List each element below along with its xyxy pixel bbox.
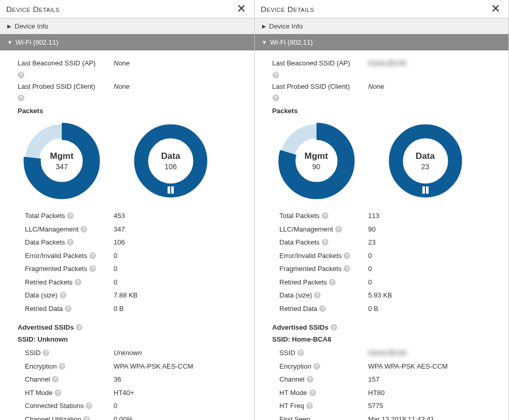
label-ht-mode: HT Mode [280, 388, 307, 398]
gauge-mgmt-label: Mgmt [305, 151, 328, 161]
advertised-ssids-heading: Advertised SSIDs ? [272, 315, 491, 334]
help-icon[interactable]: ? [322, 239, 328, 246]
value-channel-util: 0.00% [114, 414, 133, 421]
label-llc-mgmt: LLC/Management [280, 224, 333, 235]
help-icon[interactable]: ? [309, 389, 316, 396]
value-channel: 157 [368, 374, 380, 385]
label-channel: Channel [280, 374, 305, 385]
help-icon[interactable]: ? [306, 402, 313, 409]
value-connected-stations: 0 [114, 401, 117, 411]
label-ht-freq: HT Freq [280, 401, 304, 411]
help-icon[interactable]: ? [18, 94, 24, 101]
help-icon[interactable]: ? [59, 363, 65, 370]
value-frag-packets: 0 [368, 264, 372, 274]
help-icon[interactable]: ? [52, 376, 59, 383]
section-label: Device Info [15, 22, 48, 30]
help-icon[interactable]: ? [272, 72, 279, 78]
value-ht-mode: HT80 [368, 388, 385, 398]
gauge-mgmt-value: 90 [312, 162, 321, 171]
gauge-mgmt-label: Mgmt [50, 151, 73, 161]
help-icon[interactable]: ? [67, 212, 74, 219]
device-details-panel-left: Device Details ✕ ▶ Device Info ▼ Wi-Fi (… [0, 0, 255, 420]
value-channel: 36 [114, 374, 121, 385]
label-last-probed: Last Probed SSID (Client) [272, 82, 368, 92]
label-last-probed: Last Probed SSID (Client) [18, 82, 114, 92]
help-icon[interactable]: ? [335, 226, 342, 233]
label-total-packets: Total Packets [280, 211, 320, 221]
label-first-seen: First Seen [280, 414, 310, 421]
gauge-data-label: Data [416, 151, 435, 161]
help-icon[interactable]: ? [86, 402, 92, 409]
value-total-packets: 113 [368, 211, 380, 221]
help-icon[interactable]: ? [272, 94, 279, 101]
value-data-size: 7.88 KB [114, 290, 137, 301]
help-icon[interactable]: ? [297, 349, 304, 356]
chevron-down-icon: ▼ [262, 39, 267, 45]
chevron-right-icon: ▶ [7, 23, 11, 29]
help-icon[interactable]: ? [76, 324, 82, 331]
help-icon[interactable]: ? [75, 279, 81, 286]
label-frag-packets: Fragmented Packets [25, 264, 87, 274]
section-label: Device Info [269, 22, 303, 30]
help-icon[interactable]: ? [343, 265, 350, 272]
close-icon[interactable]: ✕ [489, 3, 502, 15]
help-icon[interactable]: ? [89, 265, 96, 272]
gauge-data-value: 23 [421, 162, 430, 171]
help-icon[interactable]: ? [319, 305, 326, 312]
label-last-beacon: Last Beaconed SSID (AP) [272, 58, 368, 69]
help-icon[interactable]: ? [65, 305, 72, 312]
help-icon[interactable]: ? [322, 212, 328, 219]
help-icon[interactable]: ? [89, 252, 96, 259]
value-frag-packets: 0 [114, 264, 117, 274]
scroll-area[interactable]: Last Beaconed SSID (AP) Home-BCA6 ? Last… [255, 50, 509, 420]
scroll-area[interactable]: Last Beaconed SSID (AP) None ? Last Prob… [0, 50, 254, 420]
advertised-ssids-heading: Advertised SSIDs ? [18, 315, 237, 334]
label-channel-util: Channel Utilization [25, 414, 81, 421]
help-icon[interactable]: ? [43, 349, 49, 356]
gauge-mgmt: Mgmt 347 [23, 122, 101, 200]
label-data-packets: Data Packets [280, 237, 320, 248]
gauge-data-value: 106 [164, 162, 176, 171]
section-wifi[interactable]: ▼ Wi-Fi (802.11) [255, 34, 509, 50]
value-last-beacon: Home-BCA6 [368, 58, 406, 69]
section-wifi[interactable]: ▼ Wi-Fi (802.11) [0, 34, 254, 50]
value-ht-mode: HT40+ [114, 388, 134, 398]
gauge-data: Data 106 [132, 122, 210, 200]
help-icon[interactable]: ? [83, 416, 90, 420]
help-icon[interactable]: ? [60, 292, 66, 299]
help-icon[interactable]: ? [314, 292, 321, 299]
label-err-packets: Error/Invalid Packets [25, 251, 87, 261]
help-icon[interactable]: ? [18, 72, 24, 78]
label-frag-packets: Fragmented Packets [280, 264, 342, 274]
value-err-packets: 0 [114, 251, 117, 261]
value-data-packets: 23 [368, 237, 376, 248]
help-icon[interactable]: ? [67, 239, 74, 246]
help-icon[interactable]: ? [331, 324, 337, 331]
label-retried-packets: Retried Packets [280, 277, 327, 288]
section-device-info[interactable]: ▶ Device Info [0, 18, 254, 34]
chevron-down-icon: ▼ [7, 39, 12, 45]
value-last-beacon: None [114, 58, 130, 69]
help-icon[interactable]: ? [307, 376, 313, 383]
packets-heading: Packets [18, 103, 237, 119]
ssid-header: SSID: Unknown [18, 334, 237, 346]
section-device-info[interactable]: ▶ Device Info [255, 18, 509, 34]
value-ht-freq: 5775 [368, 401, 383, 411]
label-channel: Channel [25, 374, 50, 385]
help-icon[interactable]: ? [54, 389, 61, 396]
label-encryption: Encryption [280, 361, 311, 372]
label-err-packets: Error/Invalid Packets [280, 251, 342, 261]
value-data-size: 5.93 KB [368, 290, 392, 301]
device-details-panel-right: Device Details ✕ ▶ Device Info ▼ Wi-Fi (… [255, 0, 510, 420]
help-icon[interactable]: ? [343, 252, 350, 259]
help-icon[interactable]: ? [313, 363, 320, 370]
label-retried-packets: Retried Packets [25, 277, 73, 288]
label-connected-stations: Connected Stations [25, 401, 84, 411]
label-retried-data: Retried Data [280, 304, 318, 314]
help-icon[interactable]: ? [329, 279, 336, 286]
gauge-data-label: Data [161, 151, 181, 161]
chevron-right-icon: ▶ [262, 23, 266, 29]
help-icon[interactable]: ? [80, 226, 87, 233]
value-first-seen: Mar 13 2018 11:43:41 [368, 414, 434, 421]
close-icon[interactable]: ✕ [235, 3, 248, 15]
